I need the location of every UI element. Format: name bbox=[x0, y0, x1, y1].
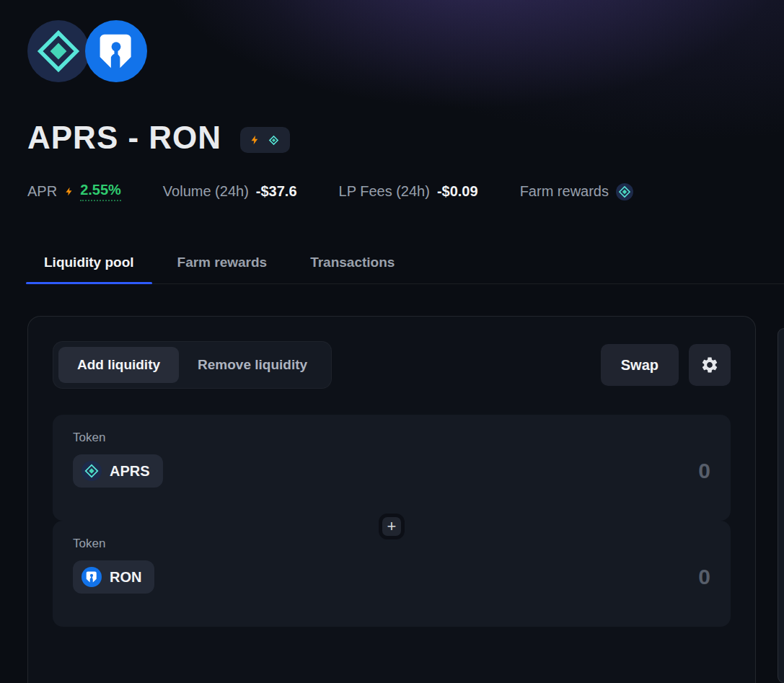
aprs-token-icon bbox=[616, 183, 633, 201]
stat-label: APR bbox=[27, 183, 57, 200]
token-chip-ron[interactable]: RON bbox=[73, 560, 154, 594]
settings-button[interactable] bbox=[689, 344, 731, 386]
tab-farm-rewards[interactable]: Farm rewards bbox=[159, 255, 286, 283]
aprs-token-icon bbox=[27, 20, 89, 82]
side-panel-peek bbox=[778, 328, 784, 683]
pair-icons bbox=[27, 20, 172, 82]
liquidity-card: Add liquidity Remove liquidity Swap Toke… bbox=[27, 316, 756, 683]
stats-row: APR 2.55% Volume (24h) -$37.6 LP Fees (2… bbox=[27, 182, 784, 201]
tab-liquidity-pool[interactable]: Liquidity pool bbox=[26, 255, 152, 283]
aprs-badge-icon bbox=[267, 133, 281, 147]
token-label: Token bbox=[73, 431, 710, 445]
pool-page: APRS - RON APR 2.55% Volume (24h) -$37.6… bbox=[0, 0, 784, 683]
token-input-aprs: Token APRS 0 bbox=[53, 415, 731, 521]
stat-label: Volume (24h) bbox=[163, 183, 249, 200]
title-row: APRS - RON bbox=[27, 120, 784, 156]
stat-lp-fees: LP Fees (24h) -$0.09 bbox=[339, 183, 478, 200]
aprs-token-icon bbox=[82, 461, 102, 481]
gear-icon bbox=[700, 356, 719, 374]
plus-icon: + bbox=[387, 519, 397, 534]
add-liquidity-button[interactable]: Add liquidity bbox=[58, 347, 179, 383]
tab-transactions[interactable]: Transactions bbox=[292, 255, 413, 283]
pair-badge bbox=[240, 127, 290, 153]
token-row: APRS 0 bbox=[73, 454, 710, 488]
token-name: RON bbox=[110, 569, 141, 586]
toolbar-right: Swap bbox=[601, 344, 731, 386]
ron-token-icon bbox=[85, 20, 147, 82]
remove-liquidity-button[interactable]: Remove liquidity bbox=[179, 347, 326, 383]
swap-button[interactable]: Swap bbox=[601, 344, 679, 386]
stat-apr: APR 2.55% bbox=[27, 182, 121, 201]
stat-value-lp-fees: -$0.09 bbox=[437, 183, 478, 200]
stat-value-volume: -$37.6 bbox=[256, 183, 297, 200]
token-name: APRS bbox=[110, 463, 150, 480]
pair-title: APRS - RON bbox=[27, 120, 221, 156]
amount-input-ron[interactable]: 0 bbox=[698, 565, 710, 589]
stat-label: Farm rewards bbox=[520, 183, 609, 200]
stat-value-apr[interactable]: 2.55% bbox=[80, 182, 121, 201]
card-toolbar: Add liquidity Remove liquidity Swap bbox=[53, 341, 731, 389]
liquidity-mode-toggle: Add liquidity Remove liquidity bbox=[53, 341, 332, 389]
bolt-icon bbox=[64, 185, 74, 198]
tab-bar: Liquidity pool Farm rewards Transactions bbox=[26, 255, 784, 284]
token-row: RON 0 bbox=[73, 560, 710, 594]
bolt-icon bbox=[250, 133, 260, 147]
add-token-plus-button[interactable]: + bbox=[379, 514, 405, 539]
amount-input-aprs[interactable]: 0 bbox=[698, 459, 710, 483]
token-chip-aprs[interactable]: APRS bbox=[73, 454, 163, 488]
stat-farm-rewards: Farm rewards bbox=[520, 183, 633, 201]
ron-token-icon bbox=[82, 567, 102, 587]
token-input-boxes: Token APRS 0 + bbox=[53, 415, 731, 627]
stat-volume: Volume (24h) -$37.6 bbox=[163, 183, 297, 200]
stat-label: LP Fees (24h) bbox=[339, 183, 430, 200]
